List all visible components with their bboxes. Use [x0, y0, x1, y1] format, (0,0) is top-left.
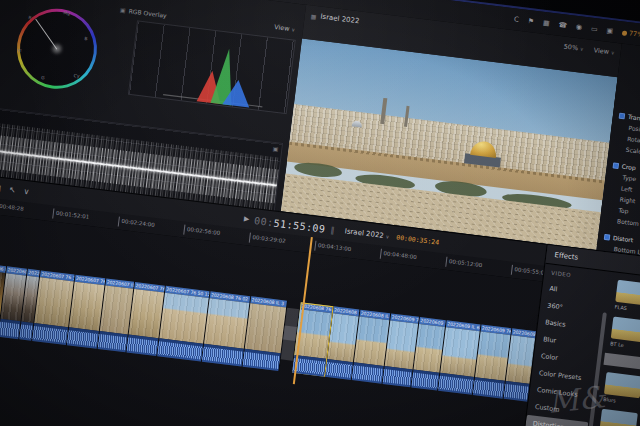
clip-name: 20220606 IL 08: [0, 263, 6, 273]
viewer-view-menu[interactable]: View∨: [593, 46, 615, 57]
inspector-section-label: Crop: [621, 162, 636, 171]
ruler-timecode: 00:02:24:00: [118, 217, 156, 231]
clip-audio-waveform: [473, 377, 505, 399]
ruler-timecode: 00:02:56:00: [183, 225, 221, 239]
clip-audio-waveform: [325, 359, 353, 380]
checkbox-checked-icon[interactable]: [619, 112, 626, 119]
timeline-clip[interactable]: 20220608 IL 3: [243, 296, 288, 371]
tool-select-arrow[interactable]: ↖: [8, 186, 16, 195]
status-icon-record[interactable]: ◉: [576, 23, 583, 31]
clip-thumbnail: [204, 298, 249, 349]
clip-thumbnail: [440, 327, 479, 377]
selection-duration: 00:00:35:24: [396, 234, 440, 247]
vectorscope-label: G: [41, 75, 45, 80]
ruler-timecode: 00:00:48:28: [0, 200, 24, 214]
clip-strip: 20220606 IL 0820220606 76 1120220607 IL2…: [0, 263, 549, 403]
inspector-section-label: Distort: [613, 234, 634, 243]
clip-audio-waveform: [67, 327, 99, 349]
effect-preview-image: [615, 280, 640, 306]
tool-menu-chevron[interactable]: ∨: [23, 188, 30, 197]
effect-preview-image: [604, 372, 640, 398]
checkbox-checked-icon[interactable]: [613, 162, 620, 169]
clip-thumbnail: [475, 331, 510, 380]
clip-audio-waveform: [411, 370, 439, 391]
clip-audio-waveform: [0, 319, 20, 339]
vectorscope-label: B: [84, 36, 88, 41]
histogram-title: RGB Overlay: [128, 7, 167, 19]
rgb-histogram: 0 25 50 75 100: [128, 20, 296, 114]
clip-audio-waveform: [383, 366, 413, 387]
ruler-timecode: 00:04:13:00: [314, 241, 352, 255]
viewer-pane: ▦ Israel 2022 50%∨ View∨: [281, 5, 623, 250]
project-icon: ▦: [310, 12, 316, 20]
status-icon-window[interactable]: ▭: [591, 25, 598, 33]
play-icon[interactable]: ▶: [244, 215, 250, 224]
clip-audio-waveform: [98, 331, 128, 352]
effect-thumbnail[interactable]: Blur Tr: [598, 409, 640, 426]
checkbox-checked-icon[interactable]: [604, 233, 611, 240]
scopes-view-menu[interactable]: View: [274, 23, 296, 34]
status-icon-grid[interactable]: ▦: [542, 19, 549, 27]
effect-preview-image: [599, 409, 637, 426]
clip-audio-waveform: [243, 349, 281, 371]
scopes-pane: R Mg B Cy G Yl ▣ RGB Overlay 0 25: [0, 0, 307, 211]
chevron-down-icon: ∨: [611, 49, 615, 55]
ruler-timecode: 00:04:48:00: [380, 249, 418, 263]
viewer-zoom-menu[interactable]: 50%∨: [563, 43, 584, 53]
battery-percent: 77%: [628, 29, 640, 39]
chevron-down-icon: ∨: [385, 233, 389, 239]
status-icon-c[interactable]: C: [514, 16, 520, 24]
ruler-timecode: 00:01:52:01: [52, 208, 90, 222]
vectorscope: R Mg B Cy G Yl: [12, 4, 101, 93]
histogram-icon: ▣: [120, 6, 126, 14]
clip-audio-waveform: [32, 323, 68, 345]
clip-thumbnail: [159, 293, 208, 344]
chevron-down-icon: ∨: [580, 46, 584, 52]
effect-preview-image: [611, 317, 640, 343]
vectorscope-label: Mg: [63, 10, 70, 16]
photo-of-screen: C⚑▦☎◉▭▣77%▤♫▸ R Mg B Cy G Yl ▣ RGB Overl…: [0, 0, 640, 426]
clip-audio-waveform: [352, 362, 384, 384]
timeline-index-button[interactable]: ▤: [0, 184, 1, 193]
vectorscope-label: Yl: [17, 48, 22, 53]
fcp-window: C⚑▦☎◉▭▣77%▤♫▸ R Mg B Cy G Yl ▣ RGB Overl…: [0, 0, 640, 426]
waveform-settings-icon[interactable]: ▣: [272, 145, 278, 153]
viewer-title: Israel 2022: [320, 13, 360, 26]
status-icon-phone[interactable]: ☎: [558, 21, 568, 29]
status-icon-flag[interactable]: ⚑: [527, 17, 534, 25]
clip-thumbnail: [129, 289, 164, 338]
clip-thumbnail: [354, 317, 389, 366]
project-name-menu[interactable]: Israel 2022∨: [344, 227, 389, 240]
clip-thumbnail: [100, 285, 133, 334]
clip-thumbnail: [69, 282, 104, 331]
ruler-timecode: 00:03:29:02: [249, 233, 287, 247]
clip-audio-waveform: [19, 321, 33, 340]
clip-audio-waveform: [202, 344, 244, 367]
clip-audio-waveform: [126, 335, 158, 357]
battery-indicator[interactable]: 77%: [622, 29, 640, 40]
clip-thumbnail: [385, 320, 418, 369]
clip-thumbnail: [34, 277, 73, 327]
clip-thumbnail: [245, 303, 286, 353]
pause-bars-icon: ‖: [330, 225, 335, 234]
vectorscope-label: R: [28, 15, 32, 20]
battery-dot-icon: [622, 30, 628, 36]
ruler-timecode: 00:05:12:00: [445, 257, 483, 271]
vectorscope-label: Cy: [73, 73, 79, 79]
clip-audio-waveform: [438, 373, 474, 395]
status-icon-app[interactable]: ▣: [606, 27, 613, 35]
histogram-peaks: [129, 21, 295, 113]
